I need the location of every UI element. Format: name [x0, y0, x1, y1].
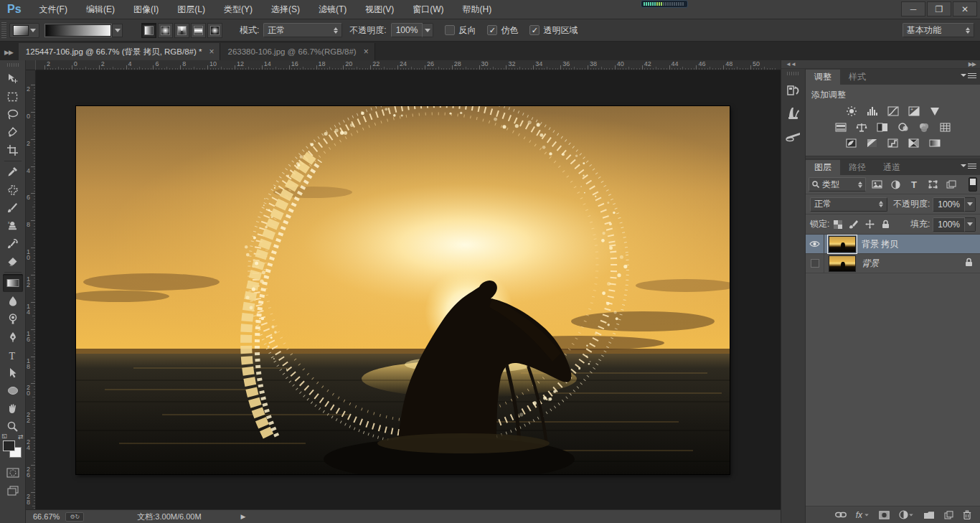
layer-filter-toggle[interactable]: [969, 177, 977, 192]
gradient-map-button[interactable]: [927, 137, 943, 149]
lock-transparency-button[interactable]: [832, 219, 844, 230]
menu-help[interactable]: 帮助(H): [453, 0, 501, 19]
menu-view[interactable]: 视图(V): [356, 0, 403, 19]
adjustment-layer-filter-button[interactable]: [887, 177, 903, 192]
dodge-tool-button[interactable]: [3, 310, 23, 328]
hue-saturation-button[interactable]: [833, 121, 849, 133]
filter-kind-dropdown[interactable]: 类型: [809, 177, 866, 192]
layer-opacity-slider-button[interactable]: [965, 197, 976, 212]
pen-tool-button[interactable]: [3, 328, 23, 346]
layer-name[interactable]: 背景 拷贝: [862, 238, 898, 250]
selective-color-button[interactable]: [906, 137, 922, 149]
color-balance-button[interactable]: [854, 121, 870, 133]
layer-style-button[interactable]: fx: [856, 510, 870, 520]
zoom-level-field[interactable]: 66.67%: [26, 512, 65, 521]
menu-type[interactable]: 类型(Y): [215, 0, 262, 19]
new-adjustment-layer-button[interactable]: [899, 510, 914, 519]
type-tool-button[interactable]: T: [3, 346, 23, 364]
layer-row-background-copy[interactable]: 背景 拷贝: [806, 235, 980, 254]
gradient-preview-picker[interactable]: [45, 24, 123, 37]
menu-edit[interactable]: 编辑(E): [77, 0, 124, 19]
photo-filter-button[interactable]: [895, 121, 911, 133]
layer-row-background[interactable]: 背景: [806, 254, 980, 273]
blur-tool-button[interactable]: [3, 292, 23, 310]
hand-tool-button[interactable]: [3, 400, 23, 418]
reverse-checkbox[interactable]: 反向: [445, 24, 476, 37]
black-white-button[interactable]: [875, 121, 890, 133]
crop-tool-button[interactable]: [3, 141, 23, 159]
marquee-tool-button[interactable]: [3, 88, 23, 105]
document-tab-2[interactable]: 263380-106.jpg @ 66.7%(RGB/8#) ×: [220, 43, 374, 60]
strip-grip[interactable]: [787, 72, 800, 75]
history-brush-tool-button[interactable]: [3, 235, 23, 253]
tab-channels[interactable]: 通道: [875, 160, 909, 175]
vertical-ruler[interactable]: 2024681 01 21 41 61 82 02 22 42 62 8: [26, 70, 36, 509]
options-bar-grip[interactable]: [1, 22, 6, 38]
canvas-viewport[interactable]: [36, 70, 781, 509]
radial-gradient-button[interactable]: [158, 23, 173, 38]
reflected-gradient-button[interactable]: [191, 23, 206, 38]
expand-panels-icon[interactable]: ▶▶: [969, 61, 976, 67]
blend-mode-dropdown[interactable]: 正常: [263, 23, 342, 37]
tools-panel-grip[interactable]: [7, 63, 19, 67]
brush-tool-button[interactable]: [3, 199, 23, 217]
default-colors-icon[interactable]: ◱: [2, 433, 8, 439]
menu-file[interactable]: 文件(F): [30, 0, 77, 19]
brightness-contrast-button[interactable]: [844, 105, 859, 117]
delete-layer-button[interactable]: [963, 510, 971, 519]
history-panel-button[interactable]: [784, 81, 803, 100]
eraser-tool-button[interactable]: [3, 253, 23, 270]
collapse-panels-icon[interactable]: ◄◄: [786, 61, 796, 67]
layer-opacity-input[interactable]: 100%: [933, 197, 965, 212]
lasso-tool-button[interactable]: [3, 105, 23, 123]
minimize-button[interactable]: ─: [901, 1, 925, 17]
opacity-input[interactable]: 100%: [391, 23, 423, 37]
horizontal-ruler[interactable]: 2024681012141618202224262830323436384042…: [36, 60, 781, 70]
brush-presets-panel-button[interactable]: [784, 104, 803, 123]
color-lookup-button[interactable]: [937, 121, 953, 133]
tool-preset-picker[interactable]: [9, 23, 39, 38]
lock-pixels-button[interactable]: [848, 219, 859, 230]
shape-layer-filter-button[interactable]: [925, 177, 941, 192]
document-tab-1[interactable]: 125447-106.jpg @ 66.7% (背景 拷贝, RGB/8#) *…: [19, 43, 221, 60]
invert-button[interactable]: [844, 137, 859, 149]
layer-name[interactable]: 背景: [862, 258, 879, 270]
menu-filter[interactable]: 滤镜(T): [309, 0, 356, 19]
close-tab-icon[interactable]: ×: [364, 47, 369, 57]
new-group-button[interactable]: [923, 511, 935, 519]
lock-position-button[interactable]: [864, 219, 875, 230]
foreground-color-swatch[interactable]: [3, 440, 15, 451]
threshold-button[interactable]: [885, 137, 901, 149]
tool-presets-panel-button[interactable]: [784, 127, 803, 146]
layer-thumbnail[interactable]: [829, 255, 856, 272]
quick-selection-tool-button[interactable]: [3, 123, 23, 141]
menu-window[interactable]: 窗口(W): [403, 0, 453, 19]
quick-mask-button[interactable]: [3, 463, 23, 481]
restore-button[interactable]: ❐: [927, 1, 951, 17]
lock-all-button[interactable]: [880, 219, 891, 230]
path-selection-tool-button[interactable]: [3, 364, 23, 382]
angle-gradient-button[interactable]: [174, 23, 189, 38]
document-image[interactable]: [76, 106, 730, 474]
panel-menu-button[interactable]: [961, 163, 976, 169]
clone-stamp-tool-button[interactable]: x: [3, 217, 23, 235]
menu-image[interactable]: 图像(I): [124, 0, 168, 19]
close-button[interactable]: ✕: [953, 1, 977, 17]
posterize-button[interactable]: [864, 137, 880, 149]
type-layer-filter-button[interactable]: T: [906, 177, 922, 192]
ruler-origin-corner[interactable]: [26, 60, 36, 70]
menu-layer[interactable]: 图层(L): [168, 0, 215, 19]
smart-object-filter-button[interactable]: [943, 177, 959, 192]
gradient-tool-button[interactable]: [3, 274, 23, 292]
channel-mixer-button[interactable]: [916, 121, 932, 133]
linear-gradient-button[interactable]: [141, 23, 156, 38]
exposure-button[interactable]: +: [906, 105, 922, 117]
transparency-checkbox[interactable]: ✓ 透明区域: [529, 24, 578, 37]
move-tool-button[interactable]: [3, 70, 23, 88]
sync-settings-icon[interactable]: ⚙↻: [65, 512, 84, 522]
vibrance-button[interactable]: [927, 105, 943, 117]
tab-paths[interactable]: 路径: [840, 160, 875, 175]
tab-layers[interactable]: 图层: [806, 160, 840, 175]
new-layer-button[interactable]: [944, 511, 953, 519]
menu-select[interactable]: 选择(S): [262, 0, 309, 19]
